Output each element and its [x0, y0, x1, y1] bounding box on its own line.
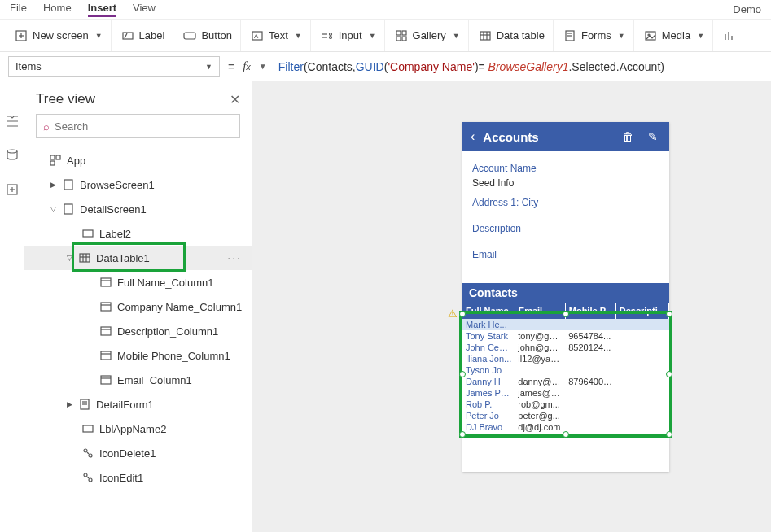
svg-line-61 [87, 477, 89, 478]
more-icon[interactable]: ··· [227, 251, 242, 264]
tree-node-col-company[interactable]: Company Name_Column1 [24, 294, 252, 319]
svg-rect-16 [480, 32, 490, 40]
menu-view[interactable]: View [133, 2, 156, 17]
screen-icon [62, 179, 75, 190]
cell-mobile [565, 410, 615, 421]
app-header-title: Accounts [483, 130, 611, 144]
menu-insert[interactable]: Insert [88, 2, 116, 17]
svg-rect-48 [101, 351, 111, 360]
table-row[interactable]: Rob P.rob@gm... [462, 399, 669, 410]
formula-input[interactable]: Filter(Contacts,GUID('Company Name')= Br… [274, 60, 771, 73]
expand-icon[interactable]: ▶ [65, 400, 73, 408]
chart-icon [723, 29, 736, 42]
col-email[interactable]: Email [515, 303, 565, 319]
svg-point-10 [329, 33, 331, 35]
expand-icon[interactable]: ▶ [49, 181, 57, 189]
cell-email: tony@gm... [515, 330, 565, 342]
tree-node-detailscreen[interactable]: ▽ DetailScreen1 [24, 197, 252, 221]
table-row[interactable]: DJ Bravodj@dj.com [462, 421, 669, 433]
table-row[interactable]: Mark He... [462, 319, 669, 330]
ribbon-text[interactable]: A Text ▼ [243, 20, 311, 51]
data-rail-icon[interactable] [5, 148, 20, 163]
edit-icon[interactable]: ✎ [645, 130, 661, 143]
col-desc[interactable]: Descripti... [615, 303, 668, 319]
ribbon-media[interactable]: Media ▼ [636, 20, 713, 51]
table-row[interactable]: Peter Jopeter@g... [462, 410, 669, 421]
table-row[interactable]: John Ceenajohn@gm...8520124... [462, 342, 669, 353]
left-rail [0, 81, 24, 532]
chevron-down-icon: ▼ [697, 32, 704, 40]
table-row[interactable]: James Pa...james@y... [462, 387, 669, 399]
ribbon-button[interactable]: Button [175, 20, 241, 51]
insert-rail-icon[interactable] [5, 182, 20, 197]
column-icon [99, 325, 112, 337]
svg-point-57 [89, 454, 92, 457]
tree-node-datatable1[interactable]: ▽ DataTable1 ··· [24, 246, 252, 270]
datatable-control[interactable]: ⚠ Full Name Email Mobile P... Descripti.… [462, 303, 669, 433]
cell-name: John Ceena [462, 342, 515, 353]
ribbon-chart[interactable] [715, 20, 744, 51]
svg-rect-38 [80, 254, 90, 262]
tree-node-icondelete[interactable]: IconDelete1 [24, 441, 252, 465]
collapse-icon[interactable]: ▽ [65, 254, 73, 262]
property-name: Items [15, 60, 42, 72]
table-row[interactable]: Iliana Jon...il12@yah... [462, 353, 669, 364]
tree-node-col-mobile[interactable]: Mobile Phone_Column1 [24, 343, 252, 368]
cell-name: Rob P. [462, 399, 515, 410]
back-icon[interactable]: ‹ [471, 129, 475, 144]
col-mobile[interactable]: Mobile P... [565, 303, 615, 319]
tree-node-lblapp[interactable]: LblAppName2 [24, 416, 252, 441]
search-input[interactable] [55, 120, 233, 133]
cell-desc [615, 410, 668, 421]
cell-desc [615, 342, 668, 353]
menu-home[interactable]: Home [43, 2, 72, 17]
ribbon-media-label: Media [662, 29, 690, 41]
tree-node-iconedit[interactable]: IconEdit1 [24, 465, 252, 490]
tree-node-col-desc[interactable]: Description_Column1 [24, 319, 252, 343]
tree-label: IconDelete1 [99, 447, 156, 460]
ribbon-datatable[interactable]: Data table [471, 20, 554, 51]
chevron-down-icon[interactable]: ▼ [252, 62, 274, 71]
design-canvas[interactable]: ‹ Accounts 🗑 ✎ Account Name Seed Info Ad… [252, 81, 771, 532]
cell-mobile [565, 364, 615, 376]
table-row[interactable]: Danny Hdanny@g...879640014 [462, 376, 669, 387]
cell-mobile: 879640014 [565, 376, 615, 387]
cell-desc [615, 319, 668, 330]
svg-rect-35 [64, 180, 72, 190]
tree-node-col-fullname[interactable]: Full Name_Column1 [24, 270, 252, 294]
search-box[interactable]: ⌕ [36, 114, 240, 138]
tree-node-col-email[interactable]: Email_Column1 [24, 368, 252, 392]
app-icon [49, 155, 62, 166]
svg-text:A: A [254, 33, 259, 40]
tree-node-label2[interactable]: Label2 [24, 221, 252, 246]
ribbon-label[interactable]: Label [113, 20, 174, 51]
table-row[interactable]: Tyson Jo [462, 364, 669, 376]
col-fullname[interactable]: Full Name [462, 303, 515, 319]
cell-mobile [565, 353, 615, 364]
ribbon-forms[interactable]: Forms ▼ [555, 20, 634, 51]
field-label-address: Address 1: City [472, 197, 659, 208]
search-icon: ⌕ [43, 120, 50, 133]
cell-mobile: 9654784... [565, 330, 615, 342]
tree-node-app[interactable]: App [24, 148, 252, 172]
property-selector[interactable]: Items ▼ [8, 56, 220, 77]
collapse-icon[interactable]: ▽ [49, 205, 57, 213]
close-icon[interactable]: ✕ [230, 92, 240, 107]
ribbon-forms-label: Forms [581, 29, 611, 41]
warning-icon[interactable]: ⚠ [448, 307, 458, 320]
delete-icon[interactable]: 🗑 [619, 130, 637, 143]
tree-view-rail-icon[interactable] [5, 114, 20, 129]
tree-label: DataTable1 [96, 252, 150, 264]
svg-point-28 [7, 150, 17, 153]
table-row[interactable]: Tony Starktony@gm...9654784... [462, 330, 669, 342]
screen-icon [62, 203, 75, 215]
menu-file[interactable]: File [10, 2, 27, 17]
tree-label: LblAppName2 [99, 423, 166, 435]
contacts-section-header: Contacts [462, 283, 669, 303]
ribbon-gallery[interactable]: Gallery ▼ [387, 20, 469, 51]
tree-label: DetailScreen1 [80, 203, 147, 216]
ribbon-input[interactable]: Input ▼ [313, 20, 385, 51]
ribbon-new-screen[interactable]: New screen ▼ [7, 20, 112, 51]
tree-node-browsescreen[interactable]: ▶ BrowseScreen1 [24, 172, 252, 197]
tree-node-detailform[interactable]: ▶ DetailForm1 [24, 392, 252, 416]
